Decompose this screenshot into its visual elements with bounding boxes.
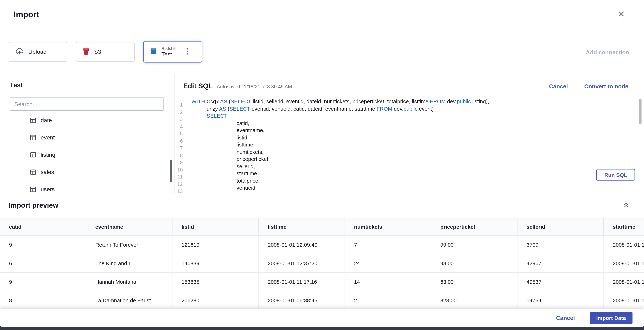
table-name: sales: [40, 169, 54, 175]
line-number: 3: [174, 116, 183, 123]
s3-bucket-icon: [82, 47, 90, 57]
table-cell: The King and I: [86, 254, 172, 272]
table-cell: La Damnation de Faust: [86, 291, 172, 309]
sql-code-line[interactable]: eventname,: [191, 127, 644, 134]
sql-code-line[interactable]: SELECT: [191, 112, 644, 119]
redshift-connection-label: Redshift Test: [161, 46, 176, 57]
import-preview-section: Import preview catideventnamelistidlistt…: [0, 193, 644, 309]
column-header: starttime: [604, 218, 644, 235]
sql-code-line[interactable]: numtickets,: [191, 148, 644, 155]
redshift-database-icon: [150, 47, 157, 57]
close-button[interactable]: [615, 8, 628, 21]
dialog-footer: Cancel Import Data: [0, 309, 644, 327]
column-header: eventname: [86, 218, 172, 235]
dialog-header: Import: [0, 0, 644, 29]
cancel-sql-link[interactable]: Cancel: [549, 83, 568, 90]
table-name: users: [40, 186, 54, 193]
table-cell: 2008-01-01 11:17:16: [259, 273, 345, 291]
column-header: priceperticket: [431, 218, 518, 235]
table-cell: 14: [345, 273, 431, 291]
sql-code-line[interactable]: WITH Ccq7 AS (SELECT listid, sellerid, e…: [191, 98, 644, 105]
table-cell: 2008-01-01 1: [604, 291, 644, 309]
table-row: 9Return To Forever1216102008-01-01 12:09…: [0, 236, 644, 254]
sql-code-line[interactable]: sellerid,: [191, 163, 644, 170]
connection-card-s3[interactable]: S3: [76, 42, 135, 62]
table-cell: 153835: [172, 273, 259, 291]
page-title: Import: [14, 10, 39, 19]
sql-code-line[interactable]: listid,: [191, 134, 644, 141]
table-row: 8La Damnation de Faust2062802008-01-01 0…: [0, 291, 644, 309]
sql-code-line[interactable]: starttime,: [191, 170, 644, 177]
table-cell: 14754: [518, 291, 604, 309]
redshift-name-label: Test: [161, 51, 176, 58]
sql-code-line[interactable]: catid,: [191, 119, 644, 127]
connection-card-upload[interactable]: Upload: [8, 42, 68, 62]
table-cell: 206280: [172, 291, 259, 309]
sql-editor-scrollbar[interactable]: [639, 99, 642, 124]
run-sql-button[interactable]: Run SQL: [596, 169, 635, 181]
table-name: date: [40, 117, 52, 123]
table-cell: 63.00: [431, 273, 518, 291]
table-name: event: [40, 134, 54, 141]
table-row: 9Hannah Montana1538352008-01-01 11:17:16…: [0, 273, 644, 291]
table-cell: 93.00: [431, 254, 518, 272]
import-data-button[interactable]: Import Data: [590, 312, 632, 324]
search-input[interactable]: [10, 98, 164, 111]
add-connection-link[interactable]: Add connection: [586, 49, 629, 56]
table-cell: 2008-01-01 06:38:45: [259, 291, 345, 309]
workspace: Test dateeventlistingsalesusers Edit SQL…: [0, 74, 644, 193]
cancel-button[interactable]: Cancel: [556, 315, 575, 321]
table-list-item[interactable]: users: [0, 181, 171, 193]
sql-code-line[interactable]: listtime,: [191, 141, 644, 148]
table-list-item[interactable]: date: [0, 111, 171, 129]
sql-code-line[interactable]: priceperticket,: [191, 155, 644, 163]
connection-options-button[interactable]: [187, 48, 188, 56]
table-list-item[interactable]: listing: [0, 146, 171, 163]
sql-editor-header: Edit SQL Autosaved 11/18/21 at 8:30:45 A…: [174, 74, 644, 90]
import-preview-title: Import preview: [8, 202, 58, 210]
connection-source-row: Upload S3 R: [0, 29, 644, 74]
table-cell: 3709: [518, 236, 604, 254]
table-list-item[interactable]: sales: [0, 163, 171, 181]
table-icon: [30, 134, 36, 140]
table-cell: 9: [0, 273, 86, 291]
line-number: 1: [174, 102, 183, 109]
column-header: listtime: [259, 218, 345, 235]
connection-card-redshift[interactable]: Redshift Test: [144, 41, 202, 63]
line-number: 4: [174, 123, 183, 130]
line-number: 8: [174, 152, 183, 159]
table-cell: Hannah Montana: [86, 273, 172, 291]
table-cell: 2008-01-01 1: [604, 273, 644, 291]
sql-code-line[interactable]: totalprice,: [191, 177, 644, 184]
column-header: sellerid: [518, 218, 604, 235]
table-list-item[interactable]: event: [0, 129, 171, 146]
line-number-gutter: 12345678910111213: [174, 98, 183, 193]
sql-code-line[interactable]: venueid,: [191, 184, 644, 192]
preview-header-row: catideventnamelistidlisttimenumticketspr…: [0, 218, 644, 236]
table-row: 6The King and I1468392008-01-01 12:37:20…: [0, 254, 644, 273]
cloud-upload-icon: [15, 47, 24, 56]
line-number: 5: [174, 130, 183, 138]
table-name: listing: [40, 151, 55, 158]
sql-code[interactable]: WITH Ccq7 AS (SELECT listid, sellerid, e…: [183, 98, 644, 193]
sidebar-scrollbar[interactable]: [170, 159, 172, 182]
sql-code-line[interactable]: uhzy AS (SELECT eventid, venueid, catid,…: [191, 105, 644, 112]
sql-code-editor[interactable]: 12345678910111213 WITH Ccq7 AS (SELECT l…: [174, 98, 644, 193]
line-number: 7: [174, 145, 183, 152]
convert-to-node-link[interactable]: Convert to node: [584, 83, 628, 90]
table-cell: 146839: [172, 254, 259, 272]
close-icon: [618, 11, 625, 18]
column-header: catid: [0, 218, 86, 235]
collapse-preview-button[interactable]: [623, 202, 629, 209]
autosave-status: Autosaved 11/18/21 at 8:30:45 AM: [217, 84, 292, 90]
table-cell: 24: [345, 254, 431, 272]
table-icon: [30, 186, 36, 192]
table-list: dateeventlistingsalesusers: [0, 111, 171, 193]
table-icon: [30, 117, 36, 123]
table-cell: 9: [0, 236, 86, 254]
table-cell: 2008-01-01 12:37:20: [259, 254, 345, 272]
screen: Import Upload: [0, 0, 644, 330]
upload-label: Upload: [28, 49, 46, 55]
sql-editor-actions: Cancel Convert to node: [549, 83, 628, 90]
line-number: 13: [174, 188, 183, 193]
